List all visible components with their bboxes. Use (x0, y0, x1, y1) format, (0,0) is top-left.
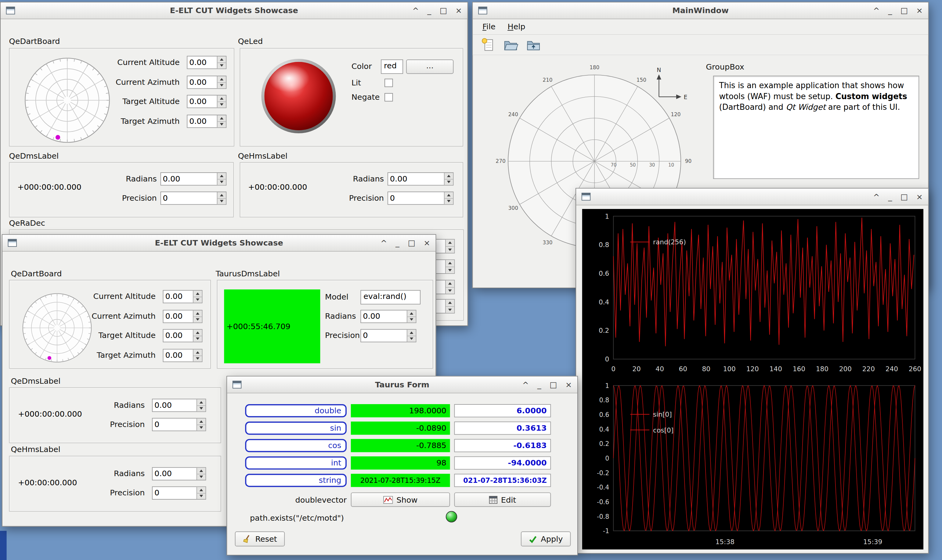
spinner-arrows[interactable] (217, 115, 226, 127)
show-button[interactable]: Show (351, 492, 450, 507)
target-altitude-spinbox[interactable]: 0.00 (187, 95, 227, 108)
maximize-button[interactable]: □ (900, 193, 908, 201)
shade-button[interactable]: ^ (412, 7, 419, 15)
spinner-arrows[interactable] (407, 311, 416, 322)
model-field[interactable]: eval:rand() (361, 290, 421, 305)
precision-label: Precision (325, 331, 360, 340)
section-label-qedartboard: QeDartBoard (9, 37, 60, 46)
titlebar[interactable]: E-ELT CUT Widgets Showcase ^ _ □ × (2, 235, 435, 252)
spinner-arrows[interactable] (196, 418, 206, 430)
row-label-double[interactable]: double (245, 404, 347, 417)
window-icon (6, 7, 15, 15)
target-altitude-label: Target Altitude (63, 331, 156, 340)
dms-radians-spinbox[interactable]: 0.00 (152, 398, 206, 412)
dms-precision-spinbox[interactable]: 0 (160, 192, 227, 205)
radians-label: Radians (72, 174, 157, 183)
row-write-sin[interactable]: 0.3613 (454, 422, 551, 435)
row-write-int[interactable]: -94.0000 (454, 456, 551, 469)
spinner-arrows[interactable] (445, 240, 454, 253)
close-button[interactable]: × (916, 193, 923, 201)
current-altitude-spinbox[interactable]: 0.00 (163, 290, 203, 303)
minimize-button[interactable]: _ (888, 193, 892, 201)
lit-checkbox[interactable] (384, 79, 393, 87)
spinner-arrows[interactable] (217, 95, 226, 108)
row-write-cos[interactable]: -0.6183 (454, 439, 551, 452)
apply-button[interactable]: Apply (521, 531, 570, 546)
row-label-cos[interactable]: cos (245, 439, 347, 452)
spinner-arrows[interactable] (444, 192, 453, 204)
dms-precision-spinbox[interactable]: 0 (152, 418, 206, 431)
close-button[interactable]: × (566, 381, 572, 389)
taurus-precision-spinbox[interactable]: 0 (361, 329, 416, 342)
edit-button[interactable]: Edit (454, 492, 551, 507)
row-label-string[interactable]: string (245, 474, 347, 487)
minimize-button[interactable]: _ (537, 381, 541, 389)
spinner-arrows[interactable] (196, 468, 206, 480)
svg-text:0.6: 0.6 (599, 411, 609, 418)
spinner-arrows[interactable] (193, 349, 202, 362)
spinner-arrows[interactable] (217, 192, 226, 204)
spinner-arrows[interactable] (407, 330, 416, 342)
spinner-arrows[interactable] (217, 76, 226, 88)
taurus-radians-spinbox[interactable]: 0.00 (361, 310, 416, 323)
precision-label: Precision (300, 193, 384, 203)
new-file-button[interactable] (479, 36, 497, 53)
titlebar[interactable]: Taurus Form ^ _ □ × (227, 376, 577, 393)
spinner-arrows[interactable] (445, 260, 454, 273)
close-button[interactable]: × (424, 239, 430, 247)
menu-help[interactable]: Help (501, 20, 531, 34)
titlebar[interactable]: ^ _ □ × (576, 189, 928, 205)
color-value-field[interactable]: red (381, 60, 403, 74)
minimize-button[interactable]: _ (395, 239, 399, 247)
target-azimuth-spinbox[interactable]: 0.00 (187, 115, 227, 128)
current-azimuth-spinbox[interactable]: 0.00 (187, 75, 227, 89)
spinner-arrows[interactable] (445, 300, 454, 312)
maximize-button[interactable]: □ (440, 7, 447, 15)
current-altitude-spinbox[interactable]: 0.00 (187, 56, 227, 69)
section-label-taurusdmslabel: TaurusDmsLabel (216, 269, 280, 278)
maximize-button[interactable]: □ (900, 7, 908, 15)
hms-precision-spinbox[interactable]: 0 (387, 192, 454, 205)
spinner-arrows[interactable] (196, 399, 206, 411)
row-write-string[interactable]: 021-07-28T15:36:03Z (454, 474, 551, 487)
minimize-button[interactable]: _ (427, 7, 431, 15)
svg-text:sin[0]: sin[0] (653, 411, 672, 418)
close-button[interactable]: × (455, 7, 462, 15)
reset-button[interactable]: Reset (235, 531, 285, 546)
dms-radians-spinbox[interactable]: 0.00 (160, 172, 227, 185)
negate-checkbox[interactable] (384, 93, 393, 102)
spinner-arrows[interactable] (445, 280, 454, 294)
shade-button[interactable]: ^ (873, 7, 879, 15)
shade-button[interactable]: ^ (381, 239, 387, 247)
spinner-arrows[interactable] (217, 173, 226, 185)
svg-text:120: 120 (671, 111, 680, 117)
maximize-button[interactable]: □ (550, 381, 557, 389)
row-label-int[interactable]: int (245, 456, 347, 469)
titlebar[interactable]: MainWindow ^ _ □ × (473, 2, 928, 19)
minimize-button[interactable]: _ (888, 7, 892, 15)
current-azimuth-spinbox[interactable]: 0.00 (163, 310, 203, 323)
open-folder-button[interactable] (502, 36, 520, 53)
hms-radians-spinbox[interactable]: 0.00 (387, 172, 454, 185)
folder-button[interactable] (524, 36, 543, 53)
target-altitude-spinbox[interactable]: 0.00 (163, 329, 203, 342)
menu-file[interactable]: File (476, 20, 501, 34)
close-button[interactable]: × (916, 7, 923, 15)
row-write-double[interactable]: 6.0000 (454, 404, 551, 417)
row-label-sin[interactable]: sin (245, 422, 347, 435)
spinner-arrows[interactable] (196, 487, 206, 499)
hms-precision-spinbox[interactable]: 0 (152, 486, 206, 500)
hms-radians-spinbox[interactable]: 0.00 (152, 467, 206, 480)
spinner-arrows[interactable] (444, 173, 453, 185)
spinner-arrows[interactable] (217, 57, 226, 68)
svg-text:-1: -1 (603, 528, 609, 535)
titlebar[interactable]: E-ELT CUT Widgets Showcase ^ _ □ × (1, 2, 467, 19)
spinner-arrows[interactable] (193, 311, 202, 322)
spinner-arrows[interactable] (193, 330, 202, 342)
shade-button[interactable]: ^ (523, 381, 529, 389)
spinner-arrows[interactable] (193, 291, 202, 303)
target-azimuth-spinbox[interactable]: 0.00 (163, 349, 203, 362)
color-browse-button[interactable]: ... (406, 60, 454, 74)
shade-button[interactable]: ^ (873, 193, 879, 201)
maximize-button[interactable]: □ (408, 239, 415, 247)
